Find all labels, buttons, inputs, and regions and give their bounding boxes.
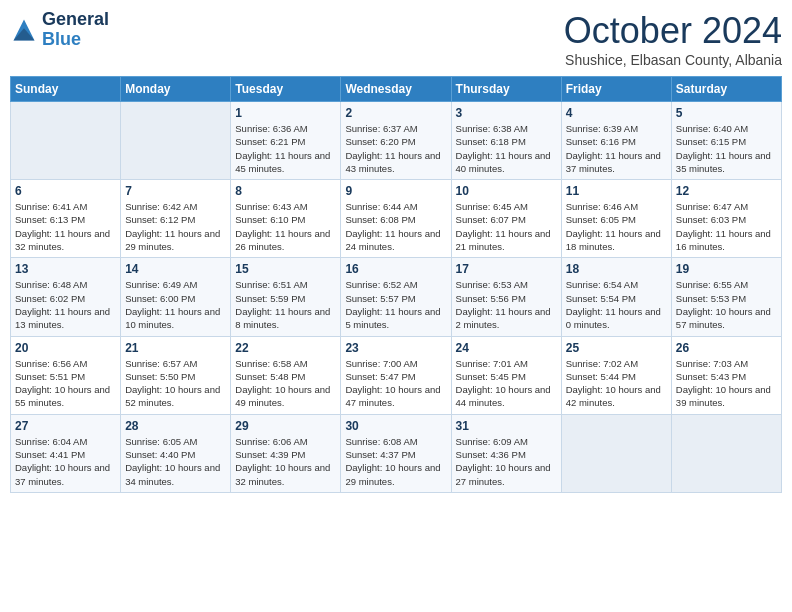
calendar-day-cell: 27Sunrise: 6:04 AM Sunset: 4:41 PM Dayli…	[11, 414, 121, 492]
day-number: 24	[456, 341, 557, 355]
day-detail: Sunrise: 6:37 AM Sunset: 6:20 PM Dayligh…	[345, 122, 446, 175]
calendar-week-row: 13Sunrise: 6:48 AM Sunset: 6:02 PM Dayli…	[11, 258, 782, 336]
calendar-day-cell: 4Sunrise: 6:39 AM Sunset: 6:16 PM Daylig…	[561, 102, 671, 180]
day-detail: Sunrise: 6:05 AM Sunset: 4:40 PM Dayligh…	[125, 435, 226, 488]
calendar-day-cell: 8Sunrise: 6:43 AM Sunset: 6:10 PM Daylig…	[231, 180, 341, 258]
calendar-week-row: 27Sunrise: 6:04 AM Sunset: 4:41 PM Dayli…	[11, 414, 782, 492]
day-detail: Sunrise: 6:04 AM Sunset: 4:41 PM Dayligh…	[15, 435, 116, 488]
day-number: 2	[345, 106, 446, 120]
day-detail: Sunrise: 6:47 AM Sunset: 6:03 PM Dayligh…	[676, 200, 777, 253]
calendar-day-cell	[561, 414, 671, 492]
calendar-day-cell	[121, 102, 231, 180]
day-detail: Sunrise: 6:41 AM Sunset: 6:13 PM Dayligh…	[15, 200, 116, 253]
logo-icon	[10, 16, 38, 44]
weekday-header: Sunday	[11, 77, 121, 102]
month-title: October 2024	[564, 10, 782, 52]
day-number: 17	[456, 262, 557, 276]
calendar-day-cell: 26Sunrise: 7:03 AM Sunset: 5:43 PM Dayli…	[671, 336, 781, 414]
calendar-day-cell: 5Sunrise: 6:40 AM Sunset: 6:15 PM Daylig…	[671, 102, 781, 180]
weekday-header: Monday	[121, 77, 231, 102]
day-detail: Sunrise: 6:58 AM Sunset: 5:48 PM Dayligh…	[235, 357, 336, 410]
day-detail: Sunrise: 7:01 AM Sunset: 5:45 PM Dayligh…	[456, 357, 557, 410]
logo: General Blue	[10, 10, 109, 50]
day-detail: Sunrise: 6:36 AM Sunset: 6:21 PM Dayligh…	[235, 122, 336, 175]
day-number: 23	[345, 341, 446, 355]
day-number: 14	[125, 262, 226, 276]
day-number: 8	[235, 184, 336, 198]
calendar-day-cell: 14Sunrise: 6:49 AM Sunset: 6:00 PM Dayli…	[121, 258, 231, 336]
day-number: 28	[125, 419, 226, 433]
day-detail: Sunrise: 6:39 AM Sunset: 6:16 PM Dayligh…	[566, 122, 667, 175]
day-number: 4	[566, 106, 667, 120]
day-detail: Sunrise: 6:51 AM Sunset: 5:59 PM Dayligh…	[235, 278, 336, 331]
calendar-week-row: 6Sunrise: 6:41 AM Sunset: 6:13 PM Daylig…	[11, 180, 782, 258]
calendar-day-cell: 24Sunrise: 7:01 AM Sunset: 5:45 PM Dayli…	[451, 336, 561, 414]
day-number: 26	[676, 341, 777, 355]
calendar-day-cell: 10Sunrise: 6:45 AM Sunset: 6:07 PM Dayli…	[451, 180, 561, 258]
day-number: 7	[125, 184, 226, 198]
calendar-table: SundayMondayTuesdayWednesdayThursdayFrid…	[10, 76, 782, 493]
logo-blue-text: Blue	[42, 29, 81, 49]
weekday-header: Saturday	[671, 77, 781, 102]
calendar-day-cell: 7Sunrise: 6:42 AM Sunset: 6:12 PM Daylig…	[121, 180, 231, 258]
day-number: 25	[566, 341, 667, 355]
day-number: 22	[235, 341, 336, 355]
day-detail: Sunrise: 7:03 AM Sunset: 5:43 PM Dayligh…	[676, 357, 777, 410]
day-detail: Sunrise: 6:45 AM Sunset: 6:07 PM Dayligh…	[456, 200, 557, 253]
day-number: 18	[566, 262, 667, 276]
weekday-header: Thursday	[451, 77, 561, 102]
title-block: October 2024 Shushice, Elbasan County, A…	[564, 10, 782, 68]
calendar-day-cell: 22Sunrise: 6:58 AM Sunset: 5:48 PM Dayli…	[231, 336, 341, 414]
day-number: 19	[676, 262, 777, 276]
page-header: General Blue October 2024 Shushice, Elba…	[10, 10, 782, 68]
calendar-day-cell: 15Sunrise: 6:51 AM Sunset: 5:59 PM Dayli…	[231, 258, 341, 336]
calendar-day-cell: 13Sunrise: 6:48 AM Sunset: 6:02 PM Dayli…	[11, 258, 121, 336]
weekday-header: Friday	[561, 77, 671, 102]
calendar-day-cell: 29Sunrise: 6:06 AM Sunset: 4:39 PM Dayli…	[231, 414, 341, 492]
calendar-day-cell: 1Sunrise: 6:36 AM Sunset: 6:21 PM Daylig…	[231, 102, 341, 180]
day-number: 30	[345, 419, 446, 433]
calendar-header-row: SundayMondayTuesdayWednesdayThursdayFrid…	[11, 77, 782, 102]
day-detail: Sunrise: 6:49 AM Sunset: 6:00 PM Dayligh…	[125, 278, 226, 331]
day-detail: Sunrise: 6:54 AM Sunset: 5:54 PM Dayligh…	[566, 278, 667, 331]
day-detail: Sunrise: 6:09 AM Sunset: 4:36 PM Dayligh…	[456, 435, 557, 488]
day-detail: Sunrise: 6:55 AM Sunset: 5:53 PM Dayligh…	[676, 278, 777, 331]
weekday-header: Tuesday	[231, 77, 341, 102]
calendar-day-cell: 6Sunrise: 6:41 AM Sunset: 6:13 PM Daylig…	[11, 180, 121, 258]
day-detail: Sunrise: 6:56 AM Sunset: 5:51 PM Dayligh…	[15, 357, 116, 410]
day-detail: Sunrise: 7:00 AM Sunset: 5:47 PM Dayligh…	[345, 357, 446, 410]
day-detail: Sunrise: 7:02 AM Sunset: 5:44 PM Dayligh…	[566, 357, 667, 410]
calendar-day-cell: 11Sunrise: 6:46 AM Sunset: 6:05 PM Dayli…	[561, 180, 671, 258]
day-detail: Sunrise: 6:48 AM Sunset: 6:02 PM Dayligh…	[15, 278, 116, 331]
day-detail: Sunrise: 6:44 AM Sunset: 6:08 PM Dayligh…	[345, 200, 446, 253]
day-number: 10	[456, 184, 557, 198]
weekday-header: Wednesday	[341, 77, 451, 102]
calendar-day-cell: 2Sunrise: 6:37 AM Sunset: 6:20 PM Daylig…	[341, 102, 451, 180]
day-detail: Sunrise: 6:38 AM Sunset: 6:18 PM Dayligh…	[456, 122, 557, 175]
day-number: 1	[235, 106, 336, 120]
calendar-day-cell: 31Sunrise: 6:09 AM Sunset: 4:36 PM Dayli…	[451, 414, 561, 492]
day-number: 15	[235, 262, 336, 276]
calendar-day-cell: 19Sunrise: 6:55 AM Sunset: 5:53 PM Dayli…	[671, 258, 781, 336]
calendar-day-cell: 18Sunrise: 6:54 AM Sunset: 5:54 PM Dayli…	[561, 258, 671, 336]
calendar-day-cell: 16Sunrise: 6:52 AM Sunset: 5:57 PM Dayli…	[341, 258, 451, 336]
day-number: 20	[15, 341, 116, 355]
calendar-day-cell: 25Sunrise: 7:02 AM Sunset: 5:44 PM Dayli…	[561, 336, 671, 414]
day-number: 9	[345, 184, 446, 198]
day-detail: Sunrise: 6:46 AM Sunset: 6:05 PM Dayligh…	[566, 200, 667, 253]
day-detail: Sunrise: 6:08 AM Sunset: 4:37 PM Dayligh…	[345, 435, 446, 488]
calendar-day-cell: 21Sunrise: 6:57 AM Sunset: 5:50 PM Dayli…	[121, 336, 231, 414]
day-detail: Sunrise: 6:06 AM Sunset: 4:39 PM Dayligh…	[235, 435, 336, 488]
day-detail: Sunrise: 6:42 AM Sunset: 6:12 PM Dayligh…	[125, 200, 226, 253]
day-detail: Sunrise: 6:40 AM Sunset: 6:15 PM Dayligh…	[676, 122, 777, 175]
calendar-day-cell: 30Sunrise: 6:08 AM Sunset: 4:37 PM Dayli…	[341, 414, 451, 492]
day-number: 27	[15, 419, 116, 433]
calendar-day-cell: 3Sunrise: 6:38 AM Sunset: 6:18 PM Daylig…	[451, 102, 561, 180]
day-number: 3	[456, 106, 557, 120]
calendar-day-cell	[11, 102, 121, 180]
day-detail: Sunrise: 6:53 AM Sunset: 5:56 PM Dayligh…	[456, 278, 557, 331]
calendar-day-cell	[671, 414, 781, 492]
day-number: 31	[456, 419, 557, 433]
day-number: 13	[15, 262, 116, 276]
calendar-week-row: 20Sunrise: 6:56 AM Sunset: 5:51 PM Dayli…	[11, 336, 782, 414]
